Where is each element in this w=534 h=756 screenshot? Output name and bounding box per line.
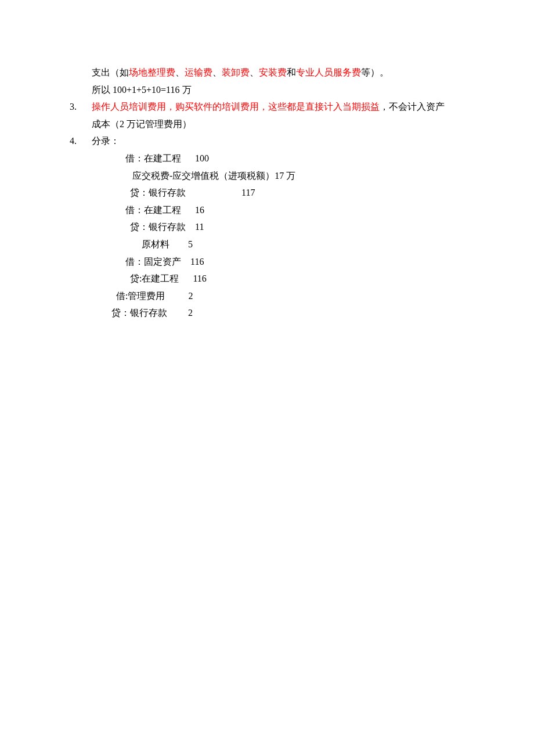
calculation-line: 所以 100+1+5+10=116 万 [70, 81, 464, 99]
highlight-install-fee: 安装费 [259, 67, 287, 77]
highlight-training-fee: 操作人员培训费用，购买软件的培训费用，这些都是直接计入当期损益 [92, 102, 380, 111]
journal-entry-line: 应交税费-应交增值税（进项税额）17 万 [70, 167, 464, 185]
text: ，不会计入资产 [380, 102, 445, 111]
list-number: 4. [70, 132, 92, 150]
journal-entry-line: 贷：银行存款 117 [70, 184, 464, 201]
para-expense-types: 支出（如场地整理费、运输费、装卸费、安装费和专业人员服务费等）。 [70, 64, 464, 81]
highlight-transport-fee: 运输费 [185, 67, 212, 77]
list-item-4: 4. 分录： [70, 132, 464, 150]
journal-entry-line: 原材料 5 [70, 236, 464, 253]
text: 等）。 [361, 67, 389, 77]
list-item-3: 3. 操作人员培训费用，购买软件的培训费用，这些都是直接计入当期损益，不会计入资… [70, 98, 464, 132]
text: 支出（如 [92, 67, 129, 77]
text: 、 [175, 67, 185, 77]
text: 和 [287, 67, 296, 77]
journal-entry-line: 借：固定资产 116 [70, 253, 464, 271]
highlight-site-fee: 场地整理费 [129, 67, 175, 77]
list-number: 3. [70, 98, 92, 132]
journal-entry-line: 借：在建工程 100 [70, 150, 464, 167]
list-body-3-line2: 成本（2 万记管理费用） [92, 116, 464, 133]
journal-entry-line: 贷：银行存款 11 [70, 218, 464, 236]
journal-entry-line: 借:管理费用 2 [70, 287, 464, 305]
text: 、 [212, 67, 222, 77]
journal-entry-line: 借：在建工程 16 [70, 201, 464, 219]
list-body-4: 分录： [92, 132, 464, 150]
journal-entry-line: 贷：银行存款 2 [70, 304, 464, 322]
highlight-loading-fee: 装卸费 [222, 67, 250, 77]
journal-entry-line: 贷:在建工程 116 [70, 270, 464, 287]
list-body-3: 操作人员培训费用，购买软件的培训费用，这些都是直接计入当期损益，不会计入资产 成… [92, 98, 464, 132]
highlight-service-fee: 专业人员服务费 [296, 67, 361, 77]
text: 、 [250, 67, 259, 77]
